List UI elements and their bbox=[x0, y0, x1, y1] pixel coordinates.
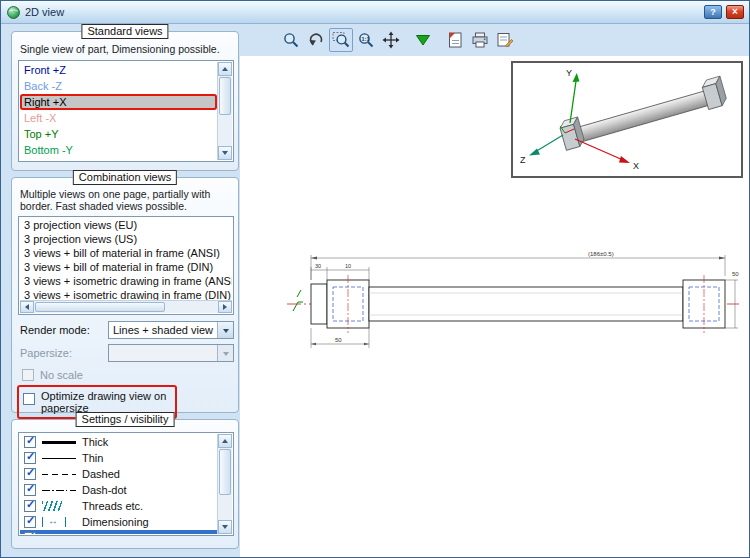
scroll-down-button[interactable] bbox=[218, 520, 232, 534]
standard-views-listbox: Front +Z Back -Z Right +X Left -X Top +Y… bbox=[18, 60, 234, 162]
dim-b-label: 10 bbox=[345, 263, 351, 269]
visibility-label: Threads etc. bbox=[82, 500, 143, 512]
scrollbar-vertical[interactable] bbox=[217, 434, 232, 534]
optimize-checkbox[interactable] bbox=[23, 393, 35, 405]
view-list-item[interactable]: Right +X bbox=[20, 94, 217, 110]
settings-visibility-group: Settings / visibility Thick Thin Das bbox=[11, 419, 239, 549]
arrow-left-icon bbox=[22, 304, 29, 310]
scrollbar-vertical[interactable] bbox=[217, 62, 232, 160]
view-list-item[interactable]: Left -X bbox=[20, 110, 217, 126]
print-button[interactable] bbox=[468, 28, 492, 52]
combination-list-item[interactable]: 3 views + bill of material in frame (DIN… bbox=[20, 260, 232, 274]
dropdown-arrow-icon[interactable] bbox=[217, 322, 233, 338]
view-direction-button[interactable] bbox=[411, 28, 435, 52]
settings-listbox: Thick Thin Dashed Dash-dot bbox=[18, 432, 234, 536]
dim-total-label: (186±0.5) bbox=[588, 251, 614, 257]
scroll-thumb[interactable] bbox=[219, 77, 231, 115]
visibility-row[interactable]: Thick bbox=[20, 434, 217, 450]
title-bar[interactable]: 2D view ? × bbox=[1, 1, 749, 24]
view-list-item[interactable]: Top +Y bbox=[20, 126, 217, 142]
settings-list[interactable]: Thick Thin Dashed Dash-dot bbox=[20, 434, 217, 534]
visibility-checkbox[interactable] bbox=[24, 452, 36, 464]
view-list-item-label: Left -X bbox=[24, 112, 56, 124]
line-style-sample bbox=[42, 517, 76, 527]
combination-list-item[interactable]: 3 projection views (EU) bbox=[20, 218, 232, 232]
visibility-checkbox[interactable] bbox=[24, 532, 36, 534]
visibility-checkbox[interactable] bbox=[24, 500, 36, 512]
visibility-checkbox[interactable] bbox=[24, 436, 36, 448]
visibility-row[interactable]: Dash-dot bbox=[20, 482, 217, 498]
zoom-button[interactable] bbox=[279, 28, 303, 52]
app-icon bbox=[6, 5, 21, 20]
frame-icon bbox=[446, 31, 464, 49]
scroll-left-button[interactable] bbox=[20, 301, 34, 313]
axis-x-label: X bbox=[633, 161, 639, 171]
line-style-sample bbox=[42, 501, 76, 511]
axis-z-label: Z bbox=[520, 155, 526, 165]
visibility-checkbox[interactable] bbox=[24, 468, 36, 480]
view-list-item[interactable]: Front +Z bbox=[20, 62, 217, 78]
view-list-item[interactable]: Back -Z bbox=[20, 78, 217, 94]
visibility-row[interactable]: Dashed bbox=[20, 466, 217, 482]
visibility-row[interactable]: Thin bbox=[20, 450, 217, 466]
preview-3d-image: Y Z X bbox=[513, 63, 741, 176]
standard-views-description: Single view of part, Dimensioning possib… bbox=[20, 44, 234, 56]
scrollbar-horizontal[interactable] bbox=[20, 300, 232, 313]
window-title: 2D view bbox=[25, 6, 700, 18]
help-button[interactable]: ? bbox=[704, 5, 722, 19]
view-list-item[interactable]: Bottom -Y bbox=[20, 142, 217, 158]
standard-views-list[interactable]: Front +Z Back -Z Right +X Left -X Top +Y… bbox=[20, 62, 217, 160]
visibility-checkbox[interactable] bbox=[24, 484, 36, 496]
undo-button[interactable] bbox=[304, 28, 328, 52]
zoom-original-button[interactable]: 1:1 bbox=[354, 28, 378, 52]
combination-list-item[interactable]: 3 views + isometric drawing in frame (AN… bbox=[20, 274, 232, 288]
scroll-thumb[interactable] bbox=[219, 449, 231, 495]
dim-c-label: 50 bbox=[335, 337, 342, 343]
papersize-value bbox=[109, 345, 217, 361]
visibility-row[interactable]: Hidden bbox=[20, 530, 217, 534]
arrow-right-icon bbox=[223, 304, 230, 310]
render-mode-select[interactable]: Lines + shaded view bbox=[108, 321, 234, 339]
line-style-sample bbox=[42, 453, 76, 463]
visibility-label: Dashed bbox=[82, 468, 120, 480]
close-button[interactable]: × bbox=[726, 5, 744, 19]
arrow-up-icon bbox=[222, 64, 228, 71]
chevron-down-icon bbox=[223, 352, 229, 359]
combination-list-item-label: 3 views + isometric drawing in frame (DI… bbox=[24, 289, 231, 300]
axis-y-label: Y bbox=[566, 68, 572, 78]
combination-list-item-label: 3 projection views (US) bbox=[24, 233, 137, 245]
combination-list-item-label: 3 views + bill of material in frame (DIN… bbox=[24, 261, 213, 273]
visibility-row[interactable]: Threads etc. bbox=[20, 498, 217, 514]
zoom-window-button[interactable] bbox=[329, 28, 353, 52]
combination-views-group-label: Combination views bbox=[73, 170, 177, 185]
chevron-down-icon bbox=[223, 329, 229, 336]
scroll-up-button[interactable] bbox=[218, 62, 232, 76]
view-list-item-label: Right +X bbox=[24, 96, 67, 108]
visibility-checkbox[interactable] bbox=[24, 516, 36, 528]
combination-list-item[interactable]: 3 views + bill of material in frame (ANS… bbox=[20, 246, 232, 260]
scroll-down-button[interactable] bbox=[218, 146, 232, 160]
visibility-label: Dimensioning bbox=[82, 516, 149, 528]
dim-a-label: 30 bbox=[315, 263, 321, 269]
print-icon bbox=[471, 31, 489, 49]
visibility-row[interactable]: Dimensioning bbox=[20, 514, 217, 530]
visibility-label: Thin bbox=[82, 452, 103, 464]
combination-list-item[interactable]: 3 projection views (US) bbox=[20, 232, 232, 246]
combination-views-list[interactable]: 3 projection views (EU) 3 projection vie… bbox=[20, 218, 232, 300]
line-style-sample bbox=[42, 469, 76, 479]
preview-3d[interactable]: Y Z X bbox=[511, 61, 743, 178]
view-list-item-label: Bottom -Y bbox=[24, 144, 73, 156]
scroll-thumb[interactable] bbox=[35, 302, 165, 312]
export-drawing-button[interactable] bbox=[493, 28, 517, 52]
green-triangle-down-icon bbox=[414, 31, 432, 49]
scroll-right-button[interactable] bbox=[218, 301, 232, 313]
visibility-label: Dash-dot bbox=[82, 484, 127, 496]
view-list-item-label: Front +Z bbox=[24, 64, 66, 76]
scroll-up-button[interactable] bbox=[218, 434, 232, 448]
zoom-original-icon: 1:1 bbox=[357, 31, 375, 49]
zoom-window-icon bbox=[332, 31, 350, 49]
combination-list-item[interactable]: 3 views + isometric drawing in frame (DI… bbox=[20, 288, 232, 300]
line-style-sample bbox=[42, 485, 76, 495]
frame-button[interactable] bbox=[443, 28, 467, 52]
pan-button[interactable] bbox=[379, 28, 403, 52]
